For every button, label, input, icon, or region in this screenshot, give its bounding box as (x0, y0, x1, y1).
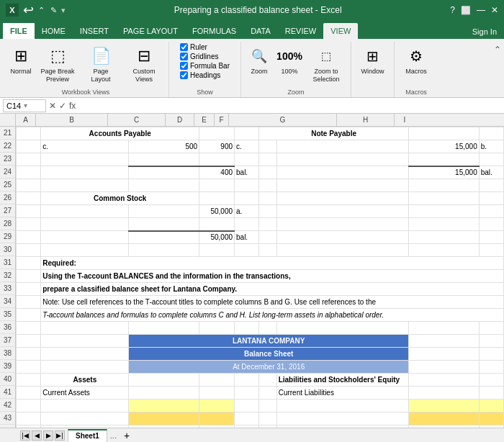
cell-b22[interactable]: c. (41, 140, 129, 153)
cell-h43[interactable] (408, 412, 479, 425)
cell-a21[interactable] (17, 127, 41, 140)
cell-h25[interactable] (408, 179, 479, 192)
cell-h38[interactable] (408, 348, 479, 361)
table-row[interactable]: Assets Liabilities and Stockholders' Equ… (17, 374, 504, 387)
cell-e28[interactable] (235, 218, 259, 231)
table-row[interactable]: Total Current Assets Total Current Liabi… (17, 425, 504, 428)
table-row[interactable]: Note: Use cell references to the T-accou… (17, 296, 504, 309)
cell-b39[interactable] (41, 361, 129, 374)
cell-e42[interactable] (235, 400, 259, 412)
cell-g23[interactable] (276, 153, 408, 166)
cell-f26[interactable] (259, 192, 276, 205)
tab-view[interactable]: VIEW (323, 23, 358, 39)
cell-h37[interactable] (408, 335, 479, 348)
cell-a35[interactable] (17, 309, 41, 322)
ribbon-collapse[interactable]: ⌃ (494, 42, 501, 97)
cell-a43[interactable] (17, 412, 41, 425)
cell-d23[interactable] (199, 153, 235, 166)
custom-views-button[interactable]: ⊟ Custom Views (124, 43, 164, 85)
cell-h28[interactable] (408, 218, 479, 231)
table-row[interactable]: Required: (17, 257, 504, 270)
cell-c39[interactable]: At December 31, 2016 (129, 361, 409, 374)
cell-i23[interactable] (479, 153, 503, 166)
cell-b38[interactable] (41, 348, 129, 361)
cell-f44[interactable] (259, 425, 276, 428)
last-sheet-btn[interactable]: ▶| (55, 430, 65, 441)
cell-h41[interactable] (408, 387, 479, 400)
page-break-preview-button[interactable]: ⬚ Page Break Preview (37, 43, 78, 85)
close-icon[interactable]: ✕ (491, 5, 498, 15)
cell-h40[interactable] (408, 374, 479, 387)
headings-checkbox[interactable] (180, 71, 188, 79)
cell-c22[interactable]: 500 (129, 140, 199, 153)
cell-d41[interactable] (199, 387, 235, 400)
sheet-tab-1[interactable]: Sheet1 (68, 429, 107, 442)
cell-b21[interactable]: Accounts Payable (41, 127, 199, 140)
cell-i24[interactable]: bal. (479, 166, 503, 179)
tab-insert[interactable]: INSERT (73, 23, 116, 39)
cell-a24[interactable] (17, 166, 41, 179)
minimize-icon[interactable]: — (477, 5, 485, 15)
cell-c25[interactable] (129, 179, 199, 192)
cell-b37[interactable] (41, 335, 129, 348)
cell-d21[interactable] (199, 127, 235, 140)
cell-f29[interactable] (259, 231, 276, 244)
cell-d42[interactable] (199, 400, 235, 412)
cell-d27[interactable]: 50,000 (199, 205, 235, 218)
cell-c42[interactable] (129, 400, 199, 412)
cell-d22[interactable]: 900 (199, 140, 235, 153)
cell-e23[interactable] (235, 153, 259, 166)
table-row[interactable]: Balance Sheet (17, 348, 504, 361)
cell-g43[interactable] (276, 412, 408, 425)
cell-b25[interactable] (41, 179, 129, 192)
table-row[interactable]: 50,000 a. (17, 205, 504, 218)
cell-c23[interactable] (129, 153, 199, 166)
cancel-formula-icon[interactable]: ✕ (49, 101, 56, 111)
tab-formulas[interactable]: FORMULAS (185, 23, 243, 39)
cell-i25[interactable] (479, 179, 503, 192)
cell-h27[interactable] (408, 205, 479, 218)
cell-b36[interactable] (41, 322, 129, 335)
cell-g26[interactable] (276, 192, 408, 205)
table-row[interactable]: 400 bal. 15,000 bal. (17, 166, 504, 179)
cell-g29[interactable] (276, 231, 408, 244)
first-sheet-btn[interactable]: |◀ (20, 430, 30, 441)
table-row[interactable] (17, 179, 504, 192)
cell-b29[interactable] (41, 231, 129, 244)
cell-h29[interactable] (408, 231, 479, 244)
cell-b26[interactable]: Common Stock (41, 192, 199, 205)
cell-f30[interactable] (259, 244, 276, 257)
cell-d36[interactable] (199, 322, 235, 335)
cell-f43[interactable] (259, 412, 276, 425)
macros-button[interactable]: ⚙ Macros (402, 43, 430, 77)
cell-b28[interactable] (41, 218, 129, 231)
cell-b34[interactable]: Note: Use cell references to the T-accou… (41, 296, 504, 309)
cell-c41[interactable] (129, 387, 199, 400)
cell-h24[interactable]: 15,000 (408, 166, 479, 179)
cell-f23[interactable] (259, 153, 276, 166)
page-layout-button[interactable]: 📄 Page Layout (81, 43, 121, 85)
cell-i30[interactable] (479, 244, 503, 257)
cell-h30[interactable] (408, 244, 479, 257)
cell-g21[interactable]: Note Payable (259, 127, 409, 140)
cell-e25[interactable] (235, 179, 259, 192)
cell-i26[interactable] (479, 192, 503, 205)
cell-f36[interactable] (259, 322, 276, 335)
cell-b31[interactable]: Required: (41, 257, 504, 270)
ruler-check[interactable]: Ruler (180, 43, 230, 51)
cell-a40[interactable] (17, 374, 41, 387)
cell-a36[interactable] (17, 322, 41, 335)
cell-c43[interactable] (129, 412, 199, 425)
table-row[interactable]: LANTANA COMPANY (17, 335, 504, 348)
ellipsis-tabs[interactable]: ... (110, 431, 117, 440)
cell-i22[interactable]: b. (479, 140, 503, 153)
cell-a42[interactable] (17, 400, 41, 412)
cell-e41[interactable] (235, 387, 259, 400)
cell-g42[interactable] (276, 400, 408, 412)
cell-c24[interactable] (129, 166, 199, 179)
cell-b30[interactable] (41, 244, 129, 257)
cell-h23[interactable] (408, 153, 479, 166)
tab-page-layout[interactable]: PAGE LAYOUT (116, 23, 185, 39)
table-row[interactable]: Using the T-account BALANCES and the inf… (17, 270, 504, 283)
cell-g28[interactable] (276, 218, 408, 231)
